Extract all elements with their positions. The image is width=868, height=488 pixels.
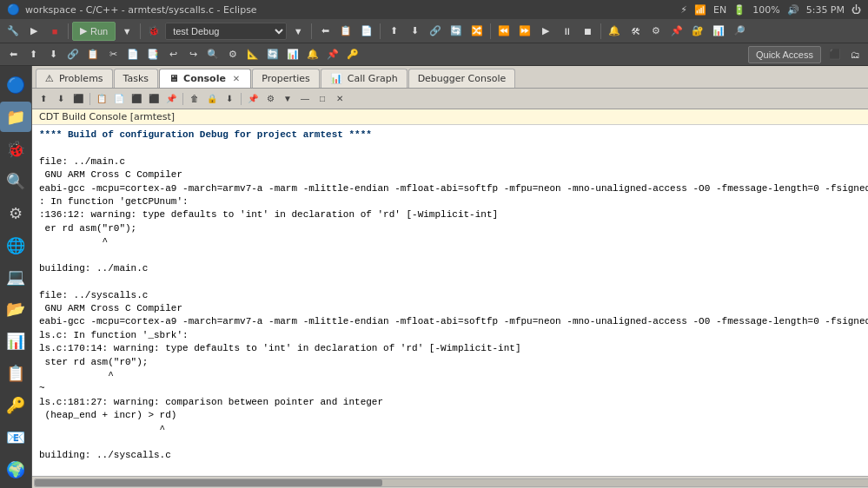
stop-btn[interactable]: ■ xyxy=(45,22,64,41)
tab-console-label: Console xyxy=(183,73,226,84)
tab-debugger-console[interactable]: Debugger Console xyxy=(408,69,516,88)
sidebar-icon-files[interactable]: 📁 xyxy=(0,102,31,132)
console-scroll-end[interactable]: ⬇ xyxy=(222,91,237,107)
sidebar-icon-keys[interactable]: 🔑 xyxy=(0,390,31,420)
toolbar-btn-5[interactable]: 🔄 xyxy=(447,22,466,41)
sidebar-icon-browser[interactable]: 🌍 xyxy=(0,454,31,485)
toolbar-btn-10[interactable]: ⏸ xyxy=(557,22,576,41)
console-pin[interactable]: 📌 xyxy=(245,91,261,107)
sec-view-btn-1[interactable]: ⬛ xyxy=(825,45,845,64)
toolbar-nav-2[interactable]: 📋 xyxy=(336,22,355,41)
sec-btn-4[interactable]: 🔗 xyxy=(63,45,83,64)
sec-btn-2[interactable]: ⬆ xyxy=(23,45,43,64)
toolbar-btn-7[interactable]: ⏪ xyxy=(494,22,514,41)
console-view-menu[interactable]: ▼ xyxy=(280,91,295,107)
toolbar-more-1[interactable]: 🔔 xyxy=(605,22,624,41)
sidebar-icon-email[interactable]: 📧 xyxy=(0,422,31,452)
sec-btn-3[interactable]: ⬇ xyxy=(43,45,63,64)
sec-btn-1[interactable]: ⬅ xyxy=(3,45,23,64)
sec-btn-8[interactable]: 📑 xyxy=(143,45,162,64)
tab-console-close[interactable]: ✕ xyxy=(231,74,242,83)
run-label: Run xyxy=(90,26,108,36)
sec-btn-17[interactable]: 📌 xyxy=(323,45,342,64)
run-dropdown-arrow[interactable]: ▼ xyxy=(117,22,136,41)
toolbar-btn-4[interactable]: 🔗 xyxy=(426,22,445,41)
sec-btn-5[interactable]: 📋 xyxy=(83,45,103,64)
console-line: file: ../syscalls.c xyxy=(39,289,868,302)
console-minimize[interactable]: — xyxy=(297,91,313,107)
scrollbar-thumb[interactable] xyxy=(35,479,382,486)
toolbar-btn-6[interactable]: 🔀 xyxy=(467,22,487,41)
sec-btn-16[interactable]: 🔔 xyxy=(303,45,322,64)
sec-btn-12[interactable]: ⚙ xyxy=(223,45,242,64)
debug-dropdown-btn[interactable]: ▼ xyxy=(288,22,308,41)
toolbar-btn-11[interactable]: ⏹ xyxy=(578,22,597,41)
console-line: ls.c:170:14: warning: type defaults to '… xyxy=(39,342,868,355)
sec-btn-13[interactable]: 📐 xyxy=(243,45,262,64)
console-tool-1[interactable]: ⬆ xyxy=(36,91,51,107)
sidebar-icon-chart[interactable]: 📊 xyxy=(0,326,31,356)
console-output[interactable]: **** Build of configuration Debug for pr… xyxy=(32,125,868,476)
sec-btn-10[interactable]: ↪ xyxy=(183,45,202,64)
sidebar-icon-eclipse[interactable]: 🔵 xyxy=(0,69,31,100)
console-tool-6[interactable]: ⬛ xyxy=(129,91,144,107)
scrollbar-track[interactable] xyxy=(34,478,868,487)
tab-console[interactable]: 🖥 Console ✕ xyxy=(159,69,251,88)
toolbar-nav-1[interactable]: ⬅ xyxy=(315,22,335,41)
toolbar-more-3[interactable]: ⚙ xyxy=(646,22,666,41)
sidebar-icon-folder[interactable]: 📂 xyxy=(0,293,31,324)
sec-btn-11[interactable]: 🔍 xyxy=(203,45,222,64)
toolbar-btn-8[interactable]: ⏩ xyxy=(515,22,534,41)
run-button[interactable]: ▶ Run xyxy=(72,22,116,41)
toolbar-more-2[interactable]: 🛠 xyxy=(626,22,645,41)
tab-problems[interactable]: ⚠ Problems xyxy=(36,69,113,88)
toolbar-more-5[interactable]: 🔐 xyxy=(688,22,707,41)
sec-view-btn-2[interactable]: 🗂 xyxy=(845,45,865,64)
sidebar-icon-network[interactable]: 🌐 xyxy=(0,230,31,260)
debug-config-dropdown[interactable]: test Debug xyxy=(165,23,287,40)
sidebar-icon-settings[interactable]: ⚙ xyxy=(0,198,31,228)
debug-icon-btn[interactable]: 🐞 xyxy=(144,22,163,41)
toolbar-btn-1[interactable]: 🔧 xyxy=(3,22,23,41)
sec-btn-15[interactable]: 📊 xyxy=(283,45,302,64)
toolbar-btn-9[interactable]: ▶ xyxy=(536,22,555,41)
toolbar-nav-3[interactable]: 📄 xyxy=(357,22,376,41)
tab-tasks[interactable]: Tasks xyxy=(114,69,158,88)
sidebar-icon-search[interactable]: 🔍 xyxy=(0,166,31,196)
console-clear-btn[interactable]: 🗑 xyxy=(187,91,202,107)
run-btn[interactable]: ▶ xyxy=(24,22,43,41)
console-tool-7[interactable]: ⬛ xyxy=(146,91,162,107)
sep-3 xyxy=(311,23,312,39)
sidebar-icon-debug[interactable]: 🐞 xyxy=(0,134,31,164)
console-tool-2[interactable]: ⬇ xyxy=(53,91,69,107)
quick-access-button[interactable]: Quick Access xyxy=(748,46,821,63)
console-tool-4[interactable]: 📋 xyxy=(94,91,109,107)
tab-properties-label: Properties xyxy=(262,73,310,84)
console-tool-3[interactable]: ⬛ xyxy=(70,91,86,107)
sidebar-icon-tasks[interactable]: 📋 xyxy=(0,358,31,388)
tab-properties[interactable]: Properties xyxy=(252,69,320,88)
console-scroll-lock[interactable]: 🔒 xyxy=(204,91,220,107)
sec-btn-9[interactable]: ↩ xyxy=(163,45,182,64)
clock: 5:35 PM xyxy=(806,4,845,16)
sec-btn-18[interactable]: 🔑 xyxy=(343,45,362,64)
toolbar-btn-3[interactable]: ⬇ xyxy=(405,22,424,41)
toolbar-btn-2[interactable]: ⬆ xyxy=(384,22,403,41)
sec-btn-6[interactable]: ✂ xyxy=(103,45,123,64)
toolbar-more-7[interactable]: 🔎 xyxy=(730,22,749,41)
console-tool-5[interactable]: 📄 xyxy=(111,91,127,107)
horizontal-scrollbar[interactable] xyxy=(32,476,868,488)
toolbar-more-4[interactable]: 📌 xyxy=(667,22,686,41)
tab-call-graph[interactable]: 📊 Call Graph xyxy=(321,69,407,88)
sidebar-icon-terminal[interactable]: 💻 xyxy=(0,262,31,293)
console-settings[interactable]: ⚙ xyxy=(262,91,278,107)
console-close-view[interactable]: ✕ xyxy=(332,91,348,107)
tab-sep-3 xyxy=(241,93,242,105)
sec-btn-14[interactable]: 🔄 xyxy=(263,45,282,64)
power-button[interactable]: ⏻ xyxy=(851,4,861,16)
console-maximize[interactable]: □ xyxy=(315,91,330,107)
sec-btn-7[interactable]: 📄 xyxy=(123,45,142,64)
console-tool-8[interactable]: 📌 xyxy=(163,91,179,107)
toolbar-more-6[interactable]: 📊 xyxy=(709,22,728,41)
title-bar-right: ⚡ 📶 EN 🔋 100% 🔊 5:35 PM ⏻ xyxy=(680,4,861,16)
